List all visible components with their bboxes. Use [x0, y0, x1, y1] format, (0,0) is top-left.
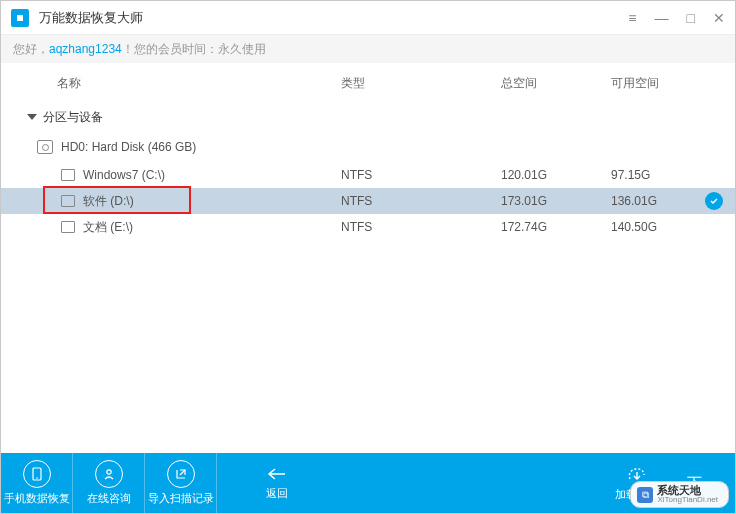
- phone-recovery-button[interactable]: 手机数据恢复: [1, 453, 73, 513]
- svg-point-2: [36, 477, 38, 479]
- app-title: 万能数据恢复大师: [39, 9, 628, 27]
- phone-recovery-label: 手机数据恢复: [4, 491, 70, 506]
- drive-name: Windows7 (C:\): [83, 168, 165, 182]
- greeting-suffix: ！您的会员时间：永久使用: [122, 41, 266, 58]
- drive-icon: [61, 169, 75, 181]
- titlebar: 万能数据恢复大师 ≡ — □ ✕: [1, 1, 735, 35]
- chevron-down-icon: [27, 114, 37, 120]
- drive-total: 173.01G: [501, 194, 611, 208]
- drive-total: 120.01G: [501, 168, 611, 182]
- greeting-prefix: 您好，: [13, 41, 49, 58]
- content-area: 名称 类型 总空间 可用空间 分区与设备 HD0: Hard Disk (466…: [1, 63, 735, 453]
- phone-icon: [23, 460, 51, 488]
- back-label: 返回: [266, 486, 288, 501]
- person-icon: [95, 460, 123, 488]
- section-label: 分区与设备: [43, 109, 103, 126]
- svg-point-3: [106, 470, 110, 474]
- import-scan-button[interactable]: 导入扫描记录: [145, 453, 217, 513]
- drive-icon: [61, 195, 75, 207]
- import-scan-label: 导入扫描记录: [148, 491, 214, 506]
- col-total-header: 总空间: [501, 75, 611, 92]
- drive-type: NTFS: [341, 194, 501, 208]
- col-type-header: 类型: [341, 75, 501, 92]
- col-name-header: 名称: [1, 75, 341, 92]
- watermark-en: XiTongTianDi.net: [657, 496, 718, 505]
- online-consult-button[interactable]: 在线咨询: [73, 453, 145, 513]
- online-consult-label: 在线咨询: [87, 491, 131, 506]
- import-icon: [167, 460, 195, 488]
- watermark-badge: ⧉ 系统天地 XiTongTianDi.net: [630, 481, 729, 508]
- drive-type: NTFS: [341, 220, 501, 234]
- footer-toolbar: 手机数据恢复 在线咨询 导入扫描记录 返回 加载镜像: [1, 453, 735, 513]
- hard-disk-icon: [37, 140, 53, 154]
- load-image-icon: [626, 465, 648, 483]
- col-free-header: 可用空间: [611, 75, 701, 92]
- drive-row-c[interactable]: Windows7 (C:\) NTFS 120.01G 97.15G: [1, 162, 735, 188]
- table-header: 名称 类型 总空间 可用空间: [1, 63, 735, 102]
- app-logo-icon: [11, 9, 29, 27]
- drive-row-e[interactable]: 文档 (E:\) NTFS 172.74G 140.50G: [1, 214, 735, 240]
- disk-label: HD0: Hard Disk (466 GB): [61, 140, 196, 154]
- watermark-icon: ⧉: [637, 487, 653, 503]
- drive-type: NTFS: [341, 168, 501, 182]
- drive-free: 140.50G: [611, 220, 701, 234]
- back-button[interactable]: 返回: [265, 466, 289, 501]
- greeting-username: aqzhang1234: [49, 42, 122, 56]
- drive-free: 136.01G: [611, 194, 701, 208]
- check-icon: [705, 192, 723, 210]
- drive-total: 172.74G: [501, 220, 611, 234]
- drive-name: 文档 (E:\): [83, 219, 133, 236]
- close-icon[interactable]: ✕: [713, 10, 725, 26]
- drive-name: 软件 (D:\): [83, 193, 134, 210]
- greeting-bar: 您好， aqzhang1234 ！您的会员时间：永久使用: [1, 35, 735, 63]
- svg-rect-0: [17, 15, 23, 21]
- drive-row-d[interactable]: 软件 (D:\) NTFS 173.01G 136.01G: [1, 188, 735, 214]
- menu-icon[interactable]: ≡: [628, 10, 636, 26]
- maximize-icon[interactable]: □: [687, 10, 695, 26]
- disk-row[interactable]: HD0: Hard Disk (466 GB): [1, 132, 735, 162]
- back-arrow-icon: [265, 466, 289, 482]
- section-partitions[interactable]: 分区与设备: [1, 102, 735, 132]
- drive-icon: [61, 221, 75, 233]
- minimize-icon[interactable]: —: [655, 10, 669, 26]
- drive-free: 97.15G: [611, 168, 701, 182]
